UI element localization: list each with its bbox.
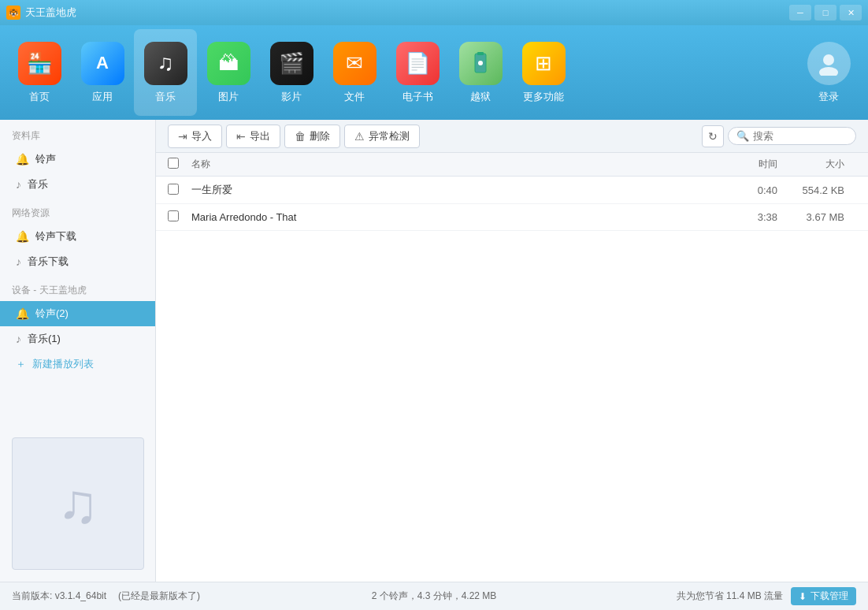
- nav-item-app[interactable]: A 应用: [71, 29, 134, 116]
- sidebar-top: 资料库 🔔 铃声 ♪ 音乐 网络资源 🔔 铃声下载 ♪ 音乐下载: [0, 120, 155, 437]
- nav-label-music: 音乐: [155, 90, 176, 104]
- add-playlist-button[interactable]: ＋ 新建播放列表: [0, 351, 155, 377]
- import-button[interactable]: ⇥ 导入: [168, 125, 222, 148]
- search-box: 🔍: [728, 127, 856, 145]
- network-section-title: 网络资源: [0, 197, 155, 224]
- nav-item-home[interactable]: 🏪 首页: [8, 29, 71, 116]
- export-icon: ⇤: [236, 130, 246, 143]
- sidebar-ringtone-download-label: 铃声下载: [35, 229, 76, 244]
- row-2-checkbox[interactable]: [168, 210, 179, 221]
- add-playlist-label: 新建播放列表: [32, 357, 94, 371]
- nav-item-file[interactable]: ✉ 文件: [323, 29, 386, 116]
- nav-item-music[interactable]: ♫ 音乐: [134, 29, 197, 116]
- row-1-size: 554.2 KB: [777, 184, 856, 196]
- import-label: 导入: [191, 129, 212, 143]
- app-icon: 🐯: [6, 6, 20, 20]
- nav-label-video: 影片: [281, 90, 302, 104]
- header-time: 时间: [714, 158, 777, 171]
- table-row[interactable]: Maria Arredondo - That 3:38 3.67 MB: [156, 204, 868, 231]
- login-button[interactable]: 登录: [797, 42, 860, 104]
- download-label: 下载管理: [811, 590, 848, 603]
- content-area: ⇥ 导入 ⇤ 导出 🗑 删除 ⚠ 异常检测 ↻ 🔍: [156, 120, 868, 582]
- nav-item-jailbreak[interactable]: 越狱: [449, 29, 512, 116]
- delete-label: 删除: [310, 129, 330, 143]
- table-header: 名称 时间 大小: [156, 153, 868, 177]
- sidebar-item-music-download[interactable]: ♪ 音乐下载: [0, 249, 155, 274]
- row-2-size: 3.67 MB: [777, 211, 856, 223]
- titlebar-left: 🐯 天王盖地虎: [6, 6, 76, 20]
- download-icon: ⬇: [799, 591, 807, 602]
- download-manager-button[interactable]: ⬇ 下载管理: [791, 587, 856, 605]
- titlebar: 🐯 天王盖地虎 ─ □ ✕: [0, 0, 868, 25]
- nav-item-photo[interactable]: 🏔 图片: [197, 29, 260, 116]
- nav-label-file: 文件: [344, 90, 365, 104]
- nav-item-ebook[interactable]: 📄 电子书: [386, 29, 449, 116]
- nav-label-ebook: 电子书: [402, 90, 433, 104]
- status-center: 2 个铃声，4.3 分钟，4.22 MB: [296, 590, 573, 603]
- device-section-title: 设备 - 天王盖地虎: [0, 274, 155, 301]
- export-label: 导出: [250, 129, 270, 143]
- nav-label-home: 首页: [29, 90, 50, 104]
- row-1-time: 0:40: [714, 184, 777, 196]
- row-1-checkbox[interactable]: [168, 184, 179, 195]
- sidebar: 资料库 🔔 铃声 ♪ 音乐 网络资源 🔔 铃声下载 ♪ 音乐下载: [0, 120, 156, 582]
- status-right: 共为您节省 11.4 MB 流量 ⬇ 下载管理: [580, 587, 856, 605]
- photo-nav-icon: 🏔: [207, 42, 250, 85]
- sidebar-ringtone-label: 铃声: [35, 152, 56, 166]
- refresh-button[interactable]: ↻: [702, 125, 724, 147]
- export-button[interactable]: ⇤ 导出: [226, 125, 280, 148]
- library-section-title: 资料库: [0, 120, 155, 147]
- file-count: 2 个铃声，4.3 分钟，4.22 MB: [372, 590, 497, 601]
- music-icon: ♪: [16, 178, 21, 191]
- close-button[interactable]: ✕: [840, 5, 862, 20]
- nav-label-photo: 图片: [218, 90, 239, 104]
- row-2-name: Maria Arredondo - That: [191, 211, 714, 223]
- sidebar-item-music[interactable]: ♪ 音乐: [0, 172, 155, 197]
- titlebar-title: 天王盖地虎: [25, 6, 76, 20]
- svg-point-3: [823, 54, 834, 65]
- device-music-icon: ♪: [16, 333, 21, 345]
- nav-label-jailbreak: 越狱: [470, 90, 491, 104]
- jailbreak-nav-icon: [459, 42, 503, 85]
- traffic-label: 共为您节省 11.4 MB 流量: [677, 590, 783, 603]
- nav-item-more[interactable]: ⊞ 更多功能: [512, 29, 575, 116]
- delete-button[interactable]: 🗑 删除: [284, 125, 340, 148]
- header-name: 名称: [191, 158, 714, 171]
- sidebar-item-ringtone[interactable]: 🔔 铃声: [0, 147, 155, 172]
- search-input[interactable]: [753, 130, 848, 142]
- maximize-button[interactable]: □: [814, 5, 836, 20]
- toolbar: ⇥ 导入 ⇤ 导出 🗑 删除 ⚠ 异常检测 ↻ 🔍: [156, 120, 868, 153]
- app-nav-icon: A: [81, 42, 124, 85]
- album-art: ♫: [12, 437, 144, 570]
- header-check: [168, 158, 191, 171]
- row-1-name: 一生所爱: [191, 183, 714, 197]
- video-nav-icon: 🎬: [270, 42, 313, 85]
- sidebar-item-device-ringtone[interactable]: 🔔 铃声(2): [0, 301, 155, 326]
- row-2-check: [168, 210, 191, 224]
- header-size: 大小: [777, 158, 856, 171]
- status-left: 当前版本: v3.1.4_64bit (已经是最新版本了): [12, 590, 288, 603]
- device-ringtone-icon: 🔔: [16, 307, 29, 320]
- file-table: 名称 时间 大小 一生所爱 0:40 554.2 KB Maria Arredo…: [156, 153, 868, 582]
- sidebar-device-music-label: 音乐(1): [28, 332, 61, 346]
- trash-icon: 🗑: [295, 130, 306, 143]
- sidebar-item-device-music[interactable]: ♪ 音乐(1): [0, 326, 155, 351]
- anomaly-button[interactable]: ⚠ 异常检测: [344, 125, 420, 148]
- navbar: 🏪 首页 A 应用 ♫ 音乐 🏔 图片 🎬 影片 ✉ 文件 📄 电子书 越狱 ⊞…: [0, 25, 868, 120]
- main-area: 资料库 🔔 铃声 ♪ 音乐 网络资源 🔔 铃声下载 ♪ 音乐下载: [0, 120, 868, 582]
- sidebar-container: 资料库 🔔 铃声 ♪ 音乐 网络资源 🔔 铃声下载 ♪ 音乐下载: [0, 120, 155, 582]
- search-icon: 🔍: [736, 130, 749, 142]
- music-download-icon: ♪: [16, 255, 21, 268]
- select-all-checkbox[interactable]: [168, 158, 179, 169]
- sidebar-item-ringtone-download[interactable]: 🔔 铃声下载: [0, 224, 155, 249]
- sidebar-music-label: 音乐: [28, 177, 48, 192]
- nav-item-video[interactable]: 🎬 影片: [260, 29, 323, 116]
- ringtone-icon: 🔔: [16, 153, 29, 166]
- titlebar-controls: ─ □ ✕: [789, 5, 862, 20]
- table-row[interactable]: 一生所爱 0:40 554.2 KB: [156, 177, 868, 204]
- nav-label-app: 应用: [92, 90, 113, 104]
- ringtone-download-icon: 🔔: [16, 230, 29, 243]
- add-icon: ＋: [16, 357, 26, 371]
- anomaly-icon: ⚠: [354, 130, 365, 143]
- minimize-button[interactable]: ─: [789, 5, 811, 20]
